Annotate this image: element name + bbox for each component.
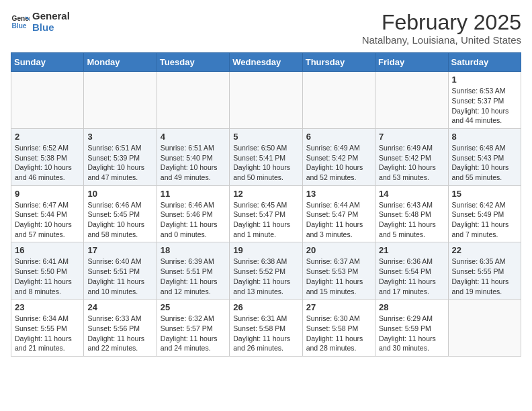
calendar-week-row: 9Sunrise: 6:47 AM Sunset: 5:44 PM Daylig… <box>11 185 521 242</box>
day-info: Sunrise: 6:42 AM Sunset: 5:49 PM Dayligh… <box>452 200 517 240</box>
day-info: Sunrise: 6:40 AM Sunset: 5:51 PM Dayligh… <box>87 257 152 296</box>
calendar-cell: 24Sunrise: 6:33 AM Sunset: 5:56 PM Dayli… <box>84 300 157 357</box>
day-info: Sunrise: 6:51 AM Sunset: 5:39 PM Dayligh… <box>87 143 152 183</box>
calendar-cell <box>230 72 302 129</box>
day-number: 7 <box>379 132 444 142</box>
page-header: General Blue General Blue February 2025 … <box>11 11 521 46</box>
day-info: Sunrise: 6:34 AM Sunset: 5:55 PM Dayligh… <box>15 314 80 353</box>
logo-icon: General Blue <box>11 13 30 32</box>
calendar-cell <box>11 72 84 129</box>
day-number: 17 <box>87 245 152 255</box>
calendar-cell: 9Sunrise: 6:47 AM Sunset: 5:44 PM Daylig… <box>11 185 84 242</box>
day-info: Sunrise: 6:51 AM Sunset: 5:40 PM Dayligh… <box>161 143 226 183</box>
day-info: Sunrise: 6:52 AM Sunset: 5:38 PM Dayligh… <box>15 143 80 183</box>
day-info: Sunrise: 6:36 AM Sunset: 5:54 PM Dayligh… <box>379 257 444 296</box>
calendar-cell: 13Sunrise: 6:44 AM Sunset: 5:47 PM Dayli… <box>302 185 375 242</box>
day-info: Sunrise: 6:32 AM Sunset: 5:57 PM Dayligh… <box>161 314 226 353</box>
calendar-cell: 15Sunrise: 6:42 AM Sunset: 5:49 PM Dayli… <box>448 185 521 242</box>
day-info: Sunrise: 6:33 AM Sunset: 5:56 PM Dayligh… <box>87 314 152 353</box>
day-number: 12 <box>233 189 298 199</box>
weekday-header-wednesday: Wednesday <box>230 53 302 72</box>
weekday-header-row: SundayMondayTuesdayWednesdayThursdayFrid… <box>11 53 521 72</box>
calendar-cell: 11Sunrise: 6:46 AM Sunset: 5:46 PM Dayli… <box>157 185 229 242</box>
calendar-cell: 19Sunrise: 6:38 AM Sunset: 5:52 PM Dayli… <box>230 242 302 300</box>
day-info: Sunrise: 6:37 AM Sunset: 5:53 PM Dayligh… <box>306 257 371 296</box>
svg-text:General: General <box>12 15 30 22</box>
day-info: Sunrise: 6:29 AM Sunset: 5:59 PM Dayligh… <box>379 314 444 353</box>
weekday-header-friday: Friday <box>375 53 448 72</box>
calendar-cell: 16Sunrise: 6:41 AM Sunset: 5:50 PM Dayli… <box>11 242 84 300</box>
calendar-cell <box>375 72 448 129</box>
calendar-cell: 21Sunrise: 6:36 AM Sunset: 5:54 PM Dayli… <box>375 242 448 300</box>
day-number: 28 <box>379 302 444 312</box>
day-number: 6 <box>306 132 371 142</box>
calendar-cell: 27Sunrise: 6:30 AM Sunset: 5:58 PM Dayli… <box>302 300 375 357</box>
day-info: Sunrise: 6:49 AM Sunset: 5:42 PM Dayligh… <box>306 143 371 183</box>
weekday-header-tuesday: Tuesday <box>157 53 229 72</box>
calendar-week-row: 2Sunrise: 6:52 AM Sunset: 5:38 PM Daylig… <box>11 128 521 185</box>
calendar-week-row: 16Sunrise: 6:41 AM Sunset: 5:50 PM Dayli… <box>11 242 521 300</box>
day-number: 16 <box>15 245 80 255</box>
day-info: Sunrise: 6:44 AM Sunset: 5:47 PM Dayligh… <box>306 200 371 240</box>
day-number: 4 <box>161 132 226 142</box>
calendar-cell <box>302 72 375 129</box>
calendar-cell: 20Sunrise: 6:37 AM Sunset: 5:53 PM Dayli… <box>302 242 375 300</box>
day-info: Sunrise: 6:30 AM Sunset: 5:58 PM Dayligh… <box>306 314 371 353</box>
day-number: 2 <box>15 132 80 142</box>
calendar-cell: 4Sunrise: 6:51 AM Sunset: 5:40 PM Daylig… <box>157 128 229 185</box>
day-info: Sunrise: 6:39 AM Sunset: 5:51 PM Dayligh… <box>161 257 226 296</box>
title-block: February 2025 Natalbany, Louisiana, Unit… <box>362 11 521 46</box>
calendar-cell: 8Sunrise: 6:48 AM Sunset: 5:43 PM Daylig… <box>448 128 521 185</box>
day-number: 11 <box>161 189 226 199</box>
calendar-cell <box>84 72 157 129</box>
day-info: Sunrise: 6:53 AM Sunset: 5:37 PM Dayligh… <box>452 86 517 126</box>
logo-line2: Blue <box>32 22 70 34</box>
day-number: 24 <box>87 302 152 312</box>
calendar-cell <box>157 72 229 129</box>
calendar-subtitle: Natalbany, Louisiana, United States <box>362 34 521 46</box>
day-info: Sunrise: 6:48 AM Sunset: 5:43 PM Dayligh… <box>452 143 517 183</box>
calendar-table: SundayMondayTuesdayWednesdayThursdayFrid… <box>11 52 521 357</box>
logo-line1: General <box>32 11 70 22</box>
calendar-week-row: 23Sunrise: 6:34 AM Sunset: 5:55 PM Dayli… <box>11 300 521 357</box>
day-number: 13 <box>306 189 371 199</box>
day-info: Sunrise: 6:46 AM Sunset: 5:46 PM Dayligh… <box>161 200 226 240</box>
day-number: 3 <box>87 132 152 142</box>
calendar-cell: 23Sunrise: 6:34 AM Sunset: 5:55 PM Dayli… <box>11 300 84 357</box>
weekday-header-thursday: Thursday <box>302 53 375 72</box>
day-number: 21 <box>379 245 444 255</box>
calendar-cell: 5Sunrise: 6:50 AM Sunset: 5:41 PM Daylig… <box>230 128 302 185</box>
calendar-cell: 26Sunrise: 6:31 AM Sunset: 5:58 PM Dayli… <box>230 300 302 357</box>
day-info: Sunrise: 6:35 AM Sunset: 5:55 PM Dayligh… <box>452 257 517 296</box>
day-number: 27 <box>306 302 371 312</box>
day-number: 14 <box>379 189 444 199</box>
day-number: 18 <box>161 245 226 255</box>
calendar-cell <box>448 300 521 357</box>
calendar-cell: 12Sunrise: 6:45 AM Sunset: 5:47 PM Dayli… <box>230 185 302 242</box>
day-info: Sunrise: 6:45 AM Sunset: 5:47 PM Dayligh… <box>233 200 298 240</box>
day-number: 23 <box>15 302 80 312</box>
day-info: Sunrise: 6:38 AM Sunset: 5:52 PM Dayligh… <box>233 257 298 296</box>
day-number: 5 <box>233 132 298 142</box>
weekday-header-saturday: Saturday <box>448 53 521 72</box>
day-info: Sunrise: 6:41 AM Sunset: 5:50 PM Dayligh… <box>15 257 80 296</box>
day-info: Sunrise: 6:49 AM Sunset: 5:42 PM Dayligh… <box>379 143 444 183</box>
calendar-cell: 10Sunrise: 6:46 AM Sunset: 5:45 PM Dayli… <box>84 185 157 242</box>
day-number: 26 <box>233 302 298 312</box>
calendar-cell: 17Sunrise: 6:40 AM Sunset: 5:51 PM Dayli… <box>84 242 157 300</box>
logo: General Blue General Blue <box>11 11 70 33</box>
day-number: 25 <box>161 302 226 312</box>
calendar-cell: 22Sunrise: 6:35 AM Sunset: 5:55 PM Dayli… <box>448 242 521 300</box>
day-number: 19 <box>233 245 298 255</box>
day-number: 15 <box>452 189 517 199</box>
day-info: Sunrise: 6:31 AM Sunset: 5:58 PM Dayligh… <box>233 314 298 353</box>
calendar-week-row: 1Sunrise: 6:53 AM Sunset: 5:37 PM Daylig… <box>11 72 521 129</box>
calendar-cell: 14Sunrise: 6:43 AM Sunset: 5:48 PM Dayli… <box>375 185 448 242</box>
calendar-cell: 7Sunrise: 6:49 AM Sunset: 5:42 PM Daylig… <box>375 128 448 185</box>
day-number: 9 <box>15 189 80 199</box>
calendar-cell: 2Sunrise: 6:52 AM Sunset: 5:38 PM Daylig… <box>11 128 84 185</box>
day-info: Sunrise: 6:47 AM Sunset: 5:44 PM Dayligh… <box>15 200 80 240</box>
calendar-cell: 6Sunrise: 6:49 AM Sunset: 5:42 PM Daylig… <box>302 128 375 185</box>
day-number: 8 <box>452 132 517 142</box>
svg-text:Blue: Blue <box>12 22 27 30</box>
